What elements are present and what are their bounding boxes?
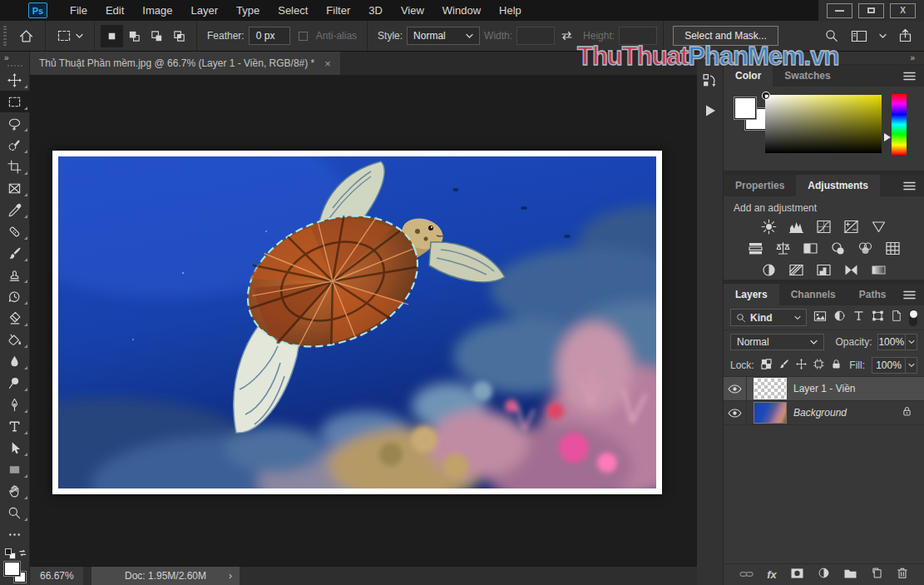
posterize-button[interactable] [788, 261, 806, 279]
layer-mask-icon[interactable] [790, 568, 804, 583]
channel-mixer-button[interactable] [856, 240, 874, 257]
spot-healing-brush-tool[interactable] [0, 221, 30, 242]
photoshop-logo[interactable]: Ps [28, 2, 47, 18]
lock-transparent-icon[interactable] [761, 359, 772, 372]
tab-channels[interactable]: Channels [779, 284, 847, 305]
menu-window[interactable]: Window [433, 0, 490, 21]
threshold-button[interactable] [815, 261, 833, 279]
new-selection-button[interactable] [101, 25, 123, 47]
style-select[interactable]: Normal [407, 27, 480, 45]
quick-selection-tool[interactable] [0, 134, 30, 156]
fill-input[interactable]: 100% [872, 357, 917, 374]
lasso-tool[interactable] [0, 112, 30, 134]
adjustment-layer-icon[interactable] [818, 567, 830, 583]
status-chevron-icon[interactable]: › [229, 570, 232, 582]
swap-dimensions-button[interactable] [555, 30, 579, 42]
default-colors-icon[interactable] [5, 548, 12, 555]
clone-stamp-tool[interactable] [0, 264, 30, 285]
canvas[interactable] [30, 75, 697, 566]
vibrance-button[interactable] [870, 218, 888, 235]
workspace-icon[interactable] [851, 29, 867, 43]
layer-filter-toggle[interactable] [909, 310, 917, 326]
blur-tool[interactable] [0, 350, 30, 372]
history-panel-button[interactable] [702, 72, 718, 92]
dodge-tool[interactable] [0, 372, 30, 394]
tab-paths[interactable]: Paths [847, 284, 898, 305]
new-layer-icon[interactable] [871, 567, 883, 583]
lock-artboard-icon[interactable] [813, 359, 824, 372]
share-icon[interactable] [898, 28, 912, 43]
hue-saturation-button[interactable] [746, 240, 764, 257]
menu-filter[interactable]: Filter [317, 0, 359, 21]
layer-row-layer1[interactable]: Layer 1 - Viền [724, 377, 924, 401]
tab-close-icon[interactable]: × [324, 58, 331, 69]
layer-name[interactable]: Layer 1 - Viền [793, 383, 856, 394]
layer-style-icon[interactable]: fx [767, 569, 777, 580]
move-tool[interactable] [0, 69, 30, 91]
menu-file[interactable]: File [61, 0, 96, 21]
invert-button[interactable] [760, 261, 778, 279]
tab-adjustments[interactable]: Adjustments [796, 175, 880, 196]
maximize-button[interactable] [858, 3, 884, 18]
brightness-contrast-button[interactable] [760, 218, 778, 235]
rectangular-marquee-tool[interactable] [0, 91, 30, 112]
opacity-input[interactable]: 100% [877, 334, 917, 350]
menu-select[interactable]: Select [269, 0, 317, 21]
tab-properties[interactable]: Properties [724, 175, 796, 196]
black-white-button[interactable] [801, 240, 819, 257]
adjustments-panel-menu-button[interactable] [903, 175, 924, 196]
layer-thumbnail[interactable] [754, 402, 787, 424]
hue-strip[interactable] [892, 94, 907, 155]
link-layers-icon[interactable] [739, 568, 754, 583]
doc-size-indicator[interactable]: Doc: 1.95M/2.60M › [91, 567, 240, 585]
eraser-tool[interactable] [0, 307, 30, 329]
menu-help[interactable]: Help [490, 0, 531, 21]
width-input[interactable] [516, 27, 555, 45]
layer-visibility-toggle[interactable] [724, 377, 747, 400]
menu-type[interactable]: Type [227, 0, 269, 21]
subtract-selection-button[interactable] [146, 25, 168, 47]
foreground-color-swatch[interactable] [4, 562, 20, 576]
pen-tool[interactable] [0, 394, 30, 415]
document-image[interactable] [52, 151, 662, 494]
selective-color-button[interactable] [842, 261, 861, 279]
anti-alias-checkbox[interactable] [299, 32, 308, 41]
eyedropper-tool[interactable] [0, 199, 30, 221]
zoom-level-field[interactable]: 66.67% [30, 567, 83, 585]
toolbar-expand-button[interactable]: » [0, 52, 29, 63]
layer-thumbnail[interactable] [754, 378, 787, 399]
paint-bucket-tool[interactable] [0, 329, 30, 350]
smart-object-filter-icon[interactable] [891, 310, 902, 325]
levels-button[interactable] [788, 218, 806, 235]
actions-panel-button[interactable] [703, 103, 718, 121]
color-panel-menu-button[interactable] [903, 65, 924, 87]
layer-row-background[interactable]: Background [724, 401, 924, 425]
add-selection-button[interactable] [123, 25, 146, 47]
lock-all-icon[interactable] [831, 359, 842, 372]
tool-preset-picker[interactable] [52, 28, 88, 43]
panel-foreground-swatch[interactable] [734, 97, 756, 119]
hand-tool[interactable] [0, 480, 30, 502]
photo-filter-button[interactable] [828, 240, 847, 257]
type-tool[interactable] [0, 415, 30, 437]
minimize-button[interactable] [827, 3, 852, 18]
shape-layer-filter-icon[interactable] [872, 310, 884, 325]
document-tab[interactable]: Thủ Thuật Phần mềm.jpg @ 66.7% (Layer 1 … [30, 52, 340, 75]
menu-layer[interactable]: Layer [182, 0, 228, 21]
saturation-brightness-field[interactable] [765, 95, 882, 153]
curves-button[interactable] [815, 218, 833, 235]
color-balance-button[interactable] [773, 240, 792, 257]
zoom-tool[interactable] [0, 502, 30, 523]
layers-panel-menu-button[interactable] [903, 284, 924, 305]
rectangle-tool[interactable] [0, 459, 30, 480]
feather-input[interactable]: 0 px [249, 27, 290, 45]
home-button[interactable] [13, 28, 39, 44]
lock-paint-icon[interactable] [778, 359, 789, 372]
edit-toolbar-button[interactable] [0, 523, 30, 545]
blend-mode-select[interactable]: Normal [730, 334, 824, 350]
intersect-selection-button[interactable] [168, 25, 190, 47]
menu-3d[interactable]: 3D [359, 0, 392, 21]
adjustment-layer-filter-icon[interactable] [833, 310, 846, 325]
path-selection-tool[interactable] [0, 437, 30, 459]
layer-name[interactable]: Background [793, 407, 847, 419]
